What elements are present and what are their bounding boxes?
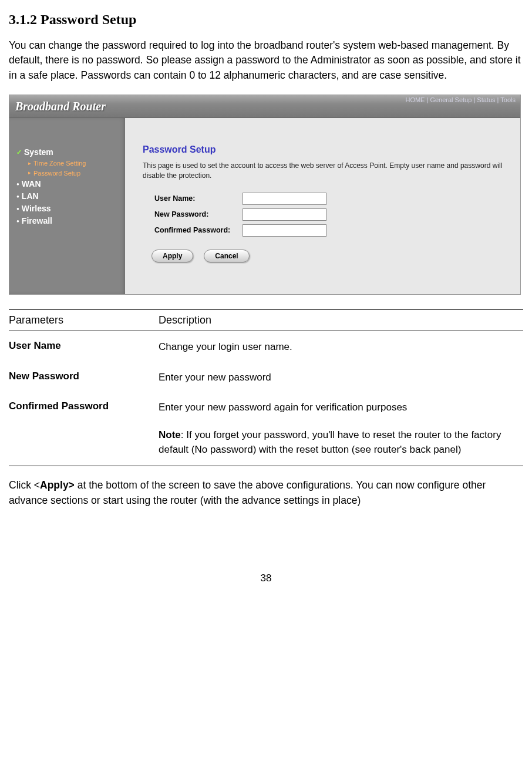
sidebar-label: Time Zone Setting xyxy=(33,159,86,169)
header-parameters: Parameters xyxy=(9,314,159,326)
sidebar-label: WAN xyxy=(22,178,41,190)
sidebar-label: Firewall xyxy=(22,215,52,227)
panel-description: This page is used to set the account to … xyxy=(143,161,503,181)
page-number: 38 xyxy=(9,572,523,584)
sidebar-label: Password Setup xyxy=(33,169,80,178)
closing-paragraph: Click <Apply> at the bottom of the scree… xyxy=(9,478,523,508)
sidebar-sub-password[interactable]: Password Setup xyxy=(16,169,125,178)
sidebar-sub-timezone[interactable]: Time Zone Setting xyxy=(16,159,125,169)
param-desc: Change your login user name. xyxy=(159,340,523,355)
nav-general-setup[interactable]: General Setup xyxy=(430,96,472,103)
table-row: Confirmed Password Enter your new passwo… xyxy=(9,392,523,422)
note-label: Note xyxy=(159,429,181,440)
sidebar-label: System xyxy=(24,146,53,159)
sidebar-item-lan[interactable]: LAN xyxy=(16,190,125,203)
param-desc: Enter your new password again for verifi… xyxy=(159,400,523,415)
nav-sep: | xyxy=(472,96,477,103)
nav-tools[interactable]: Tools xyxy=(500,96,516,103)
label-confirmpassword: Confirmed Password: xyxy=(154,226,243,234)
router-brand: Broadband Router xyxy=(9,100,106,113)
router-header: Broadband Router HOME | General Setup | … xyxy=(9,95,520,118)
cancel-button[interactable]: Cancel xyxy=(204,250,249,262)
table-header-row: Parameters Description xyxy=(9,309,523,331)
router-screenshot: Broadband Router HOME | General Setup | … xyxy=(9,95,521,295)
header-description: Description xyxy=(159,314,523,326)
router-body: System Time Zone Setting Password Setup … xyxy=(9,118,520,294)
horizontal-rule xyxy=(9,466,523,466)
table-row: User Name Change your login user name. xyxy=(9,331,523,362)
parameters-table: Parameters Description User Name Change … xyxy=(9,309,523,466)
form-row-username: User Name: xyxy=(154,193,503,205)
apply-button[interactable]: Apply xyxy=(151,250,193,262)
note-body: : If you forget your password, you'll ha… xyxy=(159,429,501,455)
main-panel: Password Setup This page is used to set … xyxy=(125,118,520,294)
closing-post: at the bottom of the screen to save the … xyxy=(9,479,486,506)
sidebar-label: LAN xyxy=(22,190,39,203)
panel-title: Password Setup xyxy=(143,144,503,155)
top-nav: HOME | General Setup | Status | Tools xyxy=(405,96,516,103)
param-desc: Enter your new password xyxy=(159,371,523,385)
closing-pre: Click < xyxy=(9,479,40,491)
note-paragraph: Note: If you forget your password, you'l… xyxy=(9,428,523,457)
input-newpassword[interactable] xyxy=(243,208,326,221)
table-row: New Password Enter your new password xyxy=(9,362,523,392)
sidebar: System Time Zone Setting Password Setup … xyxy=(9,118,125,294)
sidebar-item-wireless[interactable]: Wirless xyxy=(16,203,125,215)
param-name: User Name xyxy=(9,340,159,355)
nav-status[interactable]: Status xyxy=(477,96,495,103)
sidebar-item-firewall[interactable]: Firewall xyxy=(16,215,125,227)
closing-apply: Apply> xyxy=(40,479,75,491)
label-username: User Name: xyxy=(154,194,243,203)
form-row-newpassword: New Password: xyxy=(154,208,503,221)
sidebar-label: Wirless xyxy=(22,203,51,215)
input-username[interactable] xyxy=(243,193,326,205)
nav-home[interactable]: HOME xyxy=(405,96,425,103)
sidebar-item-system[interactable]: System xyxy=(16,146,125,159)
form-row-confirmpassword: Confirmed Password: xyxy=(154,224,503,237)
param-name: New Password xyxy=(9,371,159,385)
nav-sep: | xyxy=(496,96,501,103)
button-row: Apply Cancel xyxy=(151,250,503,262)
sidebar-item-wan[interactable]: WAN xyxy=(16,178,125,190)
param-name: Confirmed Password xyxy=(9,400,159,415)
section-heading: 3.1.2 Password Setup xyxy=(9,12,523,28)
input-confirmpassword[interactable] xyxy=(243,224,326,237)
label-newpassword: New Password: xyxy=(154,210,243,218)
intro-paragraph: You can change the password required to … xyxy=(9,38,523,83)
